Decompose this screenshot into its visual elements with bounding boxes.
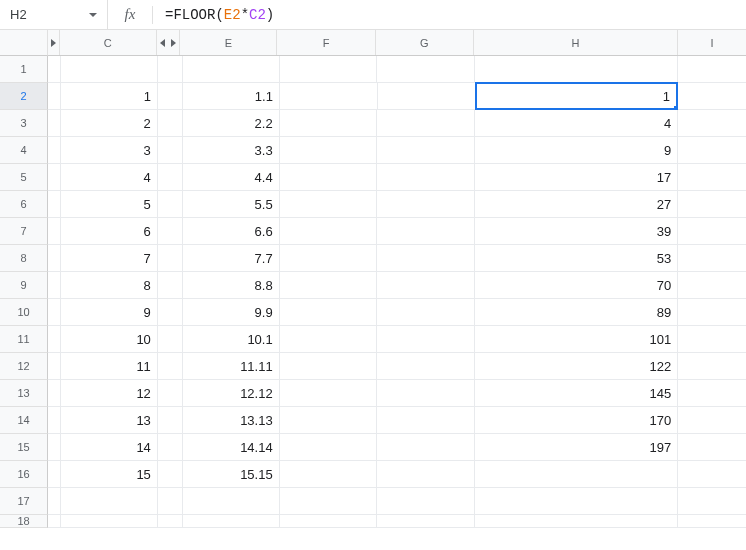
cell[interactable] bbox=[48, 407, 61, 434]
cell[interactable]: 101 bbox=[475, 326, 678, 353]
cell[interactable] bbox=[48, 353, 61, 380]
cell[interactable] bbox=[280, 434, 378, 461]
cell[interactable] bbox=[48, 380, 61, 407]
cell[interactable] bbox=[170, 434, 183, 461]
cell[interactable] bbox=[280, 326, 378, 353]
cell[interactable] bbox=[170, 326, 183, 353]
cell[interactable] bbox=[377, 272, 475, 299]
cell[interactable] bbox=[158, 56, 170, 83]
cell[interactable] bbox=[280, 461, 378, 488]
cell[interactable] bbox=[678, 218, 746, 245]
cell[interactable] bbox=[678, 164, 746, 191]
cell[interactable] bbox=[280, 515, 378, 528]
cell[interactable] bbox=[280, 380, 378, 407]
cell[interactable] bbox=[678, 380, 746, 407]
cell[interactable] bbox=[48, 326, 61, 353]
cell[interactable]: 170 bbox=[475, 407, 678, 434]
cell[interactable] bbox=[183, 56, 280, 83]
cell[interactable] bbox=[678, 353, 746, 380]
cell[interactable]: 7 bbox=[61, 245, 158, 272]
cell[interactable]: 15.15 bbox=[183, 461, 280, 488]
col-header-F[interactable]: F bbox=[277, 30, 375, 55]
cell[interactable]: 8.8 bbox=[183, 272, 280, 299]
cell[interactable]: 9 bbox=[61, 299, 158, 326]
cell[interactable] bbox=[280, 164, 378, 191]
cell[interactable]: 89 bbox=[475, 299, 678, 326]
cell[interactable]: 53 bbox=[475, 245, 678, 272]
cell[interactable]: 6 bbox=[61, 218, 158, 245]
row-header-14[interactable]: 14 bbox=[0, 407, 48, 434]
cell[interactable] bbox=[280, 245, 378, 272]
cell[interactable] bbox=[280, 353, 378, 380]
cell[interactable] bbox=[377, 191, 475, 218]
cell[interactable]: 9.9 bbox=[183, 299, 280, 326]
row-header-13[interactable]: 13 bbox=[0, 380, 48, 407]
cell[interactable] bbox=[170, 218, 183, 245]
cell[interactable] bbox=[377, 137, 475, 164]
cell[interactable]: 11.11 bbox=[183, 353, 280, 380]
cell[interactable] bbox=[678, 407, 746, 434]
expand-cols-right-icon[interactable] bbox=[48, 30, 60, 55]
cell[interactable] bbox=[377, 245, 475, 272]
cell[interactable]: 10.1 bbox=[183, 326, 280, 353]
cell[interactable] bbox=[678, 488, 746, 515]
cell[interactable] bbox=[280, 191, 378, 218]
cell[interactable] bbox=[678, 137, 746, 164]
cell[interactable] bbox=[678, 461, 746, 488]
cell[interactable]: 4 bbox=[475, 110, 678, 137]
cell[interactable] bbox=[48, 191, 61, 218]
row-header-12[interactable]: 12 bbox=[0, 353, 48, 380]
row-header-2[interactable]: 2 bbox=[0, 83, 48, 110]
cell[interactable] bbox=[48, 245, 61, 272]
col-header-C[interactable]: C bbox=[60, 30, 157, 55]
cell[interactable]: 14.14 bbox=[183, 434, 280, 461]
cell[interactable]: 15 bbox=[61, 461, 158, 488]
col-header-I[interactable]: I bbox=[678, 30, 746, 55]
select-all-corner[interactable] bbox=[0, 30, 48, 56]
cell[interactable]: 8 bbox=[61, 272, 158, 299]
cell[interactable]: 1 bbox=[61, 83, 158, 110]
cell[interactable]: 12 bbox=[61, 380, 158, 407]
cell[interactable] bbox=[377, 110, 475, 137]
cell[interactable] bbox=[158, 407, 170, 434]
cell[interactable]: 9 bbox=[475, 137, 678, 164]
col-header-E[interactable]: E bbox=[180, 30, 277, 55]
cell[interactable]: 7.7 bbox=[183, 245, 280, 272]
cell[interactable] bbox=[170, 245, 183, 272]
cell[interactable] bbox=[48, 56, 61, 83]
cell[interactable] bbox=[61, 56, 158, 83]
cell[interactable] bbox=[678, 110, 746, 137]
cell[interactable]: 70 bbox=[475, 272, 678, 299]
cell[interactable]: 39 bbox=[475, 218, 678, 245]
cell[interactable] bbox=[678, 245, 746, 272]
cell[interactable]: 13 bbox=[61, 407, 158, 434]
cell[interactable] bbox=[377, 164, 475, 191]
cell[interactable]: 3 bbox=[61, 137, 158, 164]
cell[interactable] bbox=[377, 299, 475, 326]
cell[interactable] bbox=[158, 218, 170, 245]
row-header-18[interactable]: 18 bbox=[0, 515, 48, 528]
cell[interactable] bbox=[170, 407, 183, 434]
cell[interactable] bbox=[678, 434, 746, 461]
cell[interactable]: 5.5 bbox=[183, 191, 280, 218]
row-header-8[interactable]: 8 bbox=[0, 245, 48, 272]
cell[interactable] bbox=[48, 164, 61, 191]
cell[interactable] bbox=[61, 488, 158, 515]
expand-cols-left-icon[interactable] bbox=[157, 30, 169, 55]
cell[interactable] bbox=[280, 218, 378, 245]
cell[interactable] bbox=[377, 326, 475, 353]
cell[interactable] bbox=[48, 434, 61, 461]
cell[interactable] bbox=[48, 488, 61, 515]
cell[interactable] bbox=[48, 110, 61, 137]
row-header-16[interactable]: 16 bbox=[0, 461, 48, 488]
cell[interactable]: 2 bbox=[61, 110, 158, 137]
cell[interactable]: 17 bbox=[475, 164, 678, 191]
cell[interactable]: 4 bbox=[61, 164, 158, 191]
cell[interactable]: 2.2 bbox=[183, 110, 280, 137]
cell[interactable] bbox=[48, 299, 61, 326]
cell[interactable] bbox=[158, 326, 170, 353]
cell[interactable] bbox=[678, 326, 746, 353]
cell[interactable]: 14 bbox=[61, 434, 158, 461]
cell[interactable] bbox=[475, 488, 678, 515]
row-header-17[interactable]: 17 bbox=[0, 488, 48, 515]
